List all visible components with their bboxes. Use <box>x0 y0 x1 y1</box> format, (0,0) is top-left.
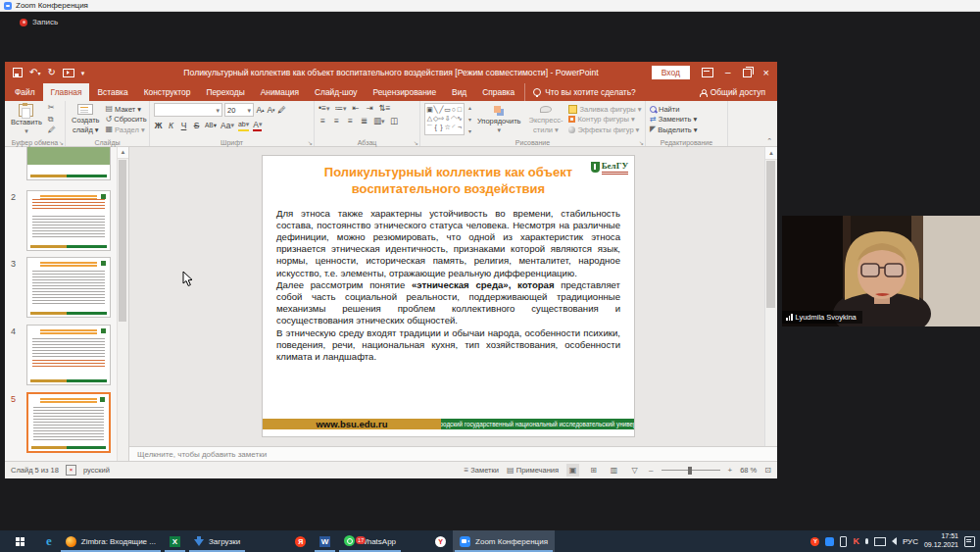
smartart-icon[interactable]: ◫ <box>390 116 399 126</box>
restore-button[interactable] <box>743 69 752 77</box>
shrink-font-icon[interactable]: А▾ <box>267 105 275 116</box>
shape-bracer-icon[interactable]: } <box>440 124 442 133</box>
shape-rect-icon[interactable]: ▭ <box>444 106 451 114</box>
copy-icon[interactable]: ⧉ <box>48 116 56 124</box>
tray-display-icon[interactable] <box>874 537 886 546</box>
editor-scrollbar[interactable]: ▲ <box>764 147 777 446</box>
taskbar-yandex-browser[interactable]: Y <box>428 530 453 552</box>
slide-body-text[interactable]: Для этноса также характерны устойчивость… <box>276 208 620 363</box>
font-size-combo[interactable]: 20▾ <box>224 103 254 117</box>
tab-help[interactable]: Справка <box>474 83 522 101</box>
font-color-button[interactable]: А▾ <box>253 119 262 131</box>
text-highlight-button[interactable]: ab▾ <box>238 119 249 131</box>
decrease-indent-icon[interactable]: ⇤ <box>351 103 360 114</box>
shape-oval-icon[interactable]: ○ <box>452 106 456 114</box>
tray-clock[interactable]: 17:51 09.12.2021 <box>924 532 958 550</box>
minimize-button[interactable]: – <box>725 68 731 77</box>
shape-freeform-icon[interactable]: ⌒ <box>426 124 433 133</box>
change-case-button[interactable]: Аа▾ <box>220 120 234 130</box>
shape-rounded-icon[interactable]: □ <box>458 106 462 114</box>
bold-button[interactable]: Ж <box>154 120 163 130</box>
shape-arrow-icon[interactable]: ╱ <box>439 106 443 114</box>
justify-icon[interactable]: ≣ <box>360 116 368 126</box>
taskbar-excel[interactable]: X <box>163 530 187 552</box>
char-spacing-button[interactable]: АВ▾ <box>205 120 217 130</box>
scroll-up-icon[interactable]: ▲ <box>118 147 128 159</box>
zoom-out-icon[interactable]: – <box>649 466 653 475</box>
tab-home[interactable]: Главная <box>43 83 90 101</box>
slide-sorter-icon[interactable]: ⊞ <box>587 464 600 477</box>
slide-editor-area[interactable]: БелГУ Поликультурный коллектив как объек… <box>129 147 777 446</box>
dialog-launcher-icon[interactable]: ↘ <box>639 139 644 146</box>
underline-button[interactable]: Ч <box>179 120 188 130</box>
share-button[interactable]: Общий доступ <box>700 83 777 101</box>
grow-font-icon[interactable]: А▴ <box>256 105 265 116</box>
paste-button[interactable]: Вставить ▾ <box>9 103 44 135</box>
taskbar-edge[interactable]: e <box>39 530 59 552</box>
format-painter-icon[interactable]: 🖉 <box>48 126 56 134</box>
spellcheck-icon[interactable]: × <box>66 465 76 476</box>
shape-line-icon[interactable]: ╲ <box>434 106 438 114</box>
normal-view-icon[interactable]: ▣ <box>566 464 579 477</box>
action-center-icon[interactable] <box>964 536 975 547</box>
tab-animations[interactable]: Анимация <box>253 83 307 101</box>
start-slideshow-icon[interactable] <box>63 69 74 77</box>
customize-qat-icon[interactable]: ▾ <box>81 70 85 76</box>
language-indicator[interactable]: русский <box>83 466 110 475</box>
redo-icon[interactable]: ↻ <box>47 68 55 77</box>
find-button[interactable]: Найти <box>650 104 698 114</box>
numbering-icon[interactable]: ≔▾ <box>334 103 346 114</box>
tray-phone-icon[interactable] <box>840 536 847 547</box>
start-button[interactable] <box>0 530 39 552</box>
tab-design[interactable]: Конструктор <box>136 83 199 101</box>
tray-language[interactable]: РУС <box>903 537 918 546</box>
undo-icon[interactable]: ↶▾ <box>29 68 40 77</box>
taskbar-yandex[interactable]: Я <box>288 530 313 552</box>
select-button[interactable]: ◤Выделить ▾ <box>650 125 698 134</box>
close-button[interactable]: × <box>763 68 769 78</box>
shape-arc-icon[interactable]: ◜ <box>453 124 456 133</box>
save-icon[interactable] <box>13 68 23 77</box>
dialog-launcher-icon[interactable]: ↘ <box>414 139 418 146</box>
strikethrough-button[interactable]: S <box>192 120 201 130</box>
italic-button[interactable]: К <box>167 120 175 130</box>
tray-yandex-icon[interactable]: Y <box>810 537 819 546</box>
notes-toggle[interactable]: ≡ Заметки <box>464 466 499 475</box>
align-center-icon[interactable]: ≡ <box>332 116 341 126</box>
dialog-launcher-icon[interactable]: ↘ <box>59 139 64 146</box>
thumbnail-scrollbar[interactable]: ▲ <box>117 147 128 461</box>
slideshow-view-icon[interactable]: ▽ <box>628 464 641 477</box>
reading-view-icon[interactable]: ▥ <box>608 464 620 477</box>
layout-button[interactable]: ▤Макет ▾ <box>106 104 147 114</box>
fit-to-window-icon[interactable]: ⊡ <box>764 466 771 475</box>
slide-title[interactable]: Поликультурный коллектив как объект восп… <box>288 165 609 198</box>
scroll-up-icon[interactable]: ▲ <box>765 147 777 160</box>
recording-indicator[interactable]: Запись <box>20 18 58 26</box>
shape-star-icon[interactable]: ☆ <box>444 124 450 133</box>
tray-volume-icon[interactable] <box>892 537 897 545</box>
reset-button[interactable]: ↺Сбросить <box>106 115 147 125</box>
new-slide-button[interactable]: Создать слайд ▾ <box>70 103 102 135</box>
shapes-scrollbar[interactable]: ▴▾▾ <box>468 103 471 135</box>
increase-indent-icon[interactable]: ⇥ <box>365 103 373 114</box>
quick-styles-button[interactable]: Экспресс- стили ▾ <box>527 103 565 135</box>
align-right-icon[interactable]: ≡ <box>346 116 355 126</box>
zoom-in-icon[interactable]: + <box>728 466 733 475</box>
tray-mic-icon[interactable] <box>865 538 868 544</box>
taskbar-word[interactable]: W <box>313 530 337 552</box>
cut-icon[interactable]: ✂ <box>48 104 56 112</box>
section-button[interactable]: ▦Раздел ▾ <box>106 125 147 134</box>
font-name-combo[interactable]: ▾ <box>154 103 222 117</box>
taskbar-whatsapp[interactable]: 17 WhatsApp <box>337 530 403 552</box>
notes-pane[interactable]: Щелкните, чтобы добавить заметки <box>129 446 777 462</box>
ribbon-display-options-icon[interactable] <box>702 68 713 77</box>
shape-curve-icon[interactable]: ∿ <box>457 115 463 123</box>
slide-canvas[interactable]: БелГУ Поликультурный коллектив как объек… <box>263 156 634 436</box>
shape-effects-button[interactable]: Эффекты фигур ▾ <box>568 125 641 134</box>
columns-icon[interactable]: ▥▾ <box>373 116 385 126</box>
zoom-level[interactable]: 68 % <box>740 466 757 475</box>
shape-outline-button[interactable]: Контур фигуры ▾ <box>568 115 641 125</box>
zoom-slider-thumb[interactable] <box>688 467 692 475</box>
tray-kaspersky-icon[interactable]: K <box>853 536 859 546</box>
bullets-icon[interactable]: •≡▾ <box>318 103 329 114</box>
